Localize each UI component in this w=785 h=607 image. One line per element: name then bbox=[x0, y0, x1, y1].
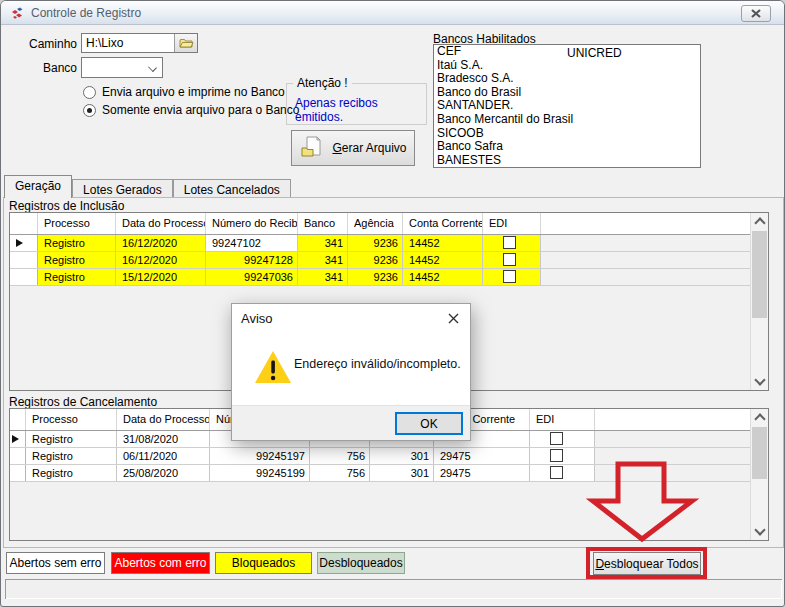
list-item[interactable]: BANESTES bbox=[434, 154, 700, 168]
bancos-listbox[interactable]: CEF Itaú S.A. Bradesco S.A. Banco do Bra… bbox=[433, 44, 701, 168]
cell-edi bbox=[530, 448, 595, 464]
cell-processo: Registro bbox=[38, 252, 116, 268]
scroll-up-icon[interactable] bbox=[754, 217, 765, 228]
list-item[interactable]: Banco Mercantil do Brasil bbox=[434, 113, 700, 127]
browse-folder-button[interactable] bbox=[174, 34, 197, 52]
titlebar[interactable]: Controle de Registro bbox=[1, 1, 784, 25]
list-item[interactable]: UNICRED bbox=[567, 46, 622, 60]
list-item[interactable]: SICOOB bbox=[434, 127, 700, 141]
cell-banco: 756 bbox=[310, 465, 370, 481]
caminho-value[interactable]: H:\Lixo bbox=[82, 34, 174, 52]
cell-edi bbox=[530, 431, 595, 447]
list-item[interactable]: Banco do Brasil bbox=[434, 86, 700, 100]
scroll-thumb[interactable] bbox=[752, 427, 767, 479]
cell-processo: Registro bbox=[38, 269, 116, 285]
cell-data: 31/08/2020 bbox=[117, 431, 210, 447]
scroll-down-icon[interactable] bbox=[754, 374, 765, 385]
radio-somente-envia[interactable]: Somente envia arquivo para o Banco bbox=[83, 103, 299, 117]
radio-envia-imprime[interactable]: Envia arquivo e imprime no Banco bbox=[83, 85, 285, 99]
table-row[interactable]: Registro 06/11/2020 99245197 756 301 294… bbox=[10, 448, 750, 465]
caminho-label: Caminho bbox=[17, 37, 77, 51]
cell-agencia: 9236 bbox=[348, 252, 403, 268]
list-item[interactable]: Banco Safra bbox=[434, 140, 700, 154]
edi-checkbox[interactable] bbox=[550, 432, 563, 445]
caminho-field[interactable]: H:\Lixo bbox=[81, 33, 198, 53]
col-header-edi[interactable]: EDI bbox=[483, 213, 541, 234]
legend-abertos-com-erro[interactable]: Abertos com erro bbox=[111, 552, 210, 574]
close-icon bbox=[448, 313, 459, 324]
cell-data: 15/12/2020 bbox=[116, 269, 206, 285]
cell-banco: 756 bbox=[310, 448, 370, 464]
aviso-dialog: Aviso Endereço inválido/incompleto. OK bbox=[231, 303, 471, 441]
table-row[interactable]: Registro 15/12/2020 99247036 341 9236 14… bbox=[10, 269, 750, 286]
tab-lotes-gerados[interactable]: Lotes Gerados bbox=[72, 179, 173, 198]
edi-checkbox[interactable] bbox=[550, 449, 563, 462]
col-header-banco[interactable]: Banco bbox=[298, 213, 348, 234]
col-header-data[interactable]: Data do Processo bbox=[116, 213, 206, 234]
edi-checkbox[interactable] bbox=[503, 236, 516, 249]
cell-conta: 14452 bbox=[403, 235, 483, 251]
cell-edi bbox=[530, 465, 595, 481]
cell-processo: Registro bbox=[26, 448, 117, 464]
atencao-groupbox: Atenção ! Apenas recibos emitidos. bbox=[286, 83, 427, 125]
table-row[interactable]: Registro 25/08/2020 99245199 756 301 294… bbox=[10, 465, 750, 482]
close-icon bbox=[751, 9, 761, 18]
scroll-up-icon[interactable] bbox=[754, 413, 765, 424]
banco-label: Banco bbox=[17, 61, 77, 75]
registros-cancelamento-label: Registros de Cancelamento bbox=[9, 395, 157, 409]
dialog-close-button[interactable] bbox=[440, 308, 466, 328]
cell-conta: 29475 bbox=[434, 448, 530, 464]
registros-inclusao-label: Registros de Inclusão bbox=[9, 199, 124, 213]
cell-agencia: 9236 bbox=[348, 269, 403, 285]
edi-checkbox[interactable] bbox=[503, 253, 516, 266]
row-indicator bbox=[10, 235, 38, 251]
cell-recibo: 99247128 bbox=[206, 252, 298, 268]
cell-data: 06/11/2020 bbox=[117, 448, 210, 464]
edi-checkbox[interactable] bbox=[550, 466, 563, 479]
legend-abertos-sem-erro[interactable]: Abertos sem erro bbox=[6, 552, 105, 574]
close-button[interactable] bbox=[741, 5, 771, 22]
dialog-title: Aviso bbox=[241, 311, 273, 326]
status-bar bbox=[5, 579, 782, 599]
table-row[interactable]: Registro 16/12/2020 99247128 341 9236 14… bbox=[10, 252, 750, 269]
col-header-data[interactable]: Data do Processo bbox=[117, 409, 210, 430]
col-header-edi[interactable]: EDI bbox=[530, 409, 595, 430]
desbloquear-todos-button[interactable]: Desbloquear Todos bbox=[593, 552, 701, 575]
cell-processo: Registro bbox=[38, 235, 116, 251]
col-header-agencia[interactable]: Agência bbox=[348, 213, 403, 234]
app-icon bbox=[10, 6, 25, 21]
table-row[interactable]: Registro 16/12/2020 99247102 341 9236 14… bbox=[10, 235, 750, 252]
chevron-down-icon bbox=[148, 63, 157, 72]
edi-checkbox[interactable] bbox=[503, 270, 516, 283]
cancelamento-scrollbar[interactable] bbox=[750, 409, 768, 540]
ok-button[interactable]: OK bbox=[395, 412, 463, 435]
legend-desbloqueados[interactable]: Desbloqueados bbox=[317, 552, 405, 574]
cell-agencia: 9236 bbox=[348, 235, 403, 251]
inclusao-scrollbar[interactable] bbox=[750, 213, 768, 390]
cell-recibo-editing[interactable]: 99247102 bbox=[206, 235, 298, 251]
col-header-conta[interactable]: Conta Corrente bbox=[403, 213, 483, 234]
radio-circle[interactable] bbox=[83, 86, 96, 99]
current-row-arrow-icon bbox=[16, 239, 23, 247]
cell-banco: 341 bbox=[298, 252, 348, 268]
list-item[interactable]: SANTANDER. bbox=[434, 99, 700, 113]
gerar-arquivo-button[interactable]: Gerar Arquivo bbox=[291, 130, 415, 166]
atencao-title: Atenção ! bbox=[293, 76, 352, 90]
tab-geracao[interactable]: Geração bbox=[4, 175, 72, 198]
tab-bar: Geração Lotes Gerados Lotes Cancelados bbox=[4, 175, 291, 198]
col-header-recibo[interactable]: Número do Recibo bbox=[206, 213, 298, 234]
scroll-down-icon[interactable] bbox=[754, 524, 765, 535]
list-item[interactable]: Itaú S.A. bbox=[434, 59, 700, 73]
radio-envia-imprime-label: Envia arquivo e imprime no Banco bbox=[102, 85, 285, 99]
banco-select[interactable] bbox=[81, 57, 163, 78]
radio-circle-selected[interactable] bbox=[83, 104, 96, 117]
list-item[interactable]: Bradesco S.A. bbox=[434, 72, 700, 86]
scroll-thumb[interactable] bbox=[752, 231, 767, 318]
gerar-arquivo-label: Gerar Arquivo bbox=[332, 141, 406, 155]
banco-value bbox=[82, 59, 86, 75]
col-header-processo[interactable]: Processo bbox=[38, 213, 116, 234]
col-header-processo[interactable]: Processo bbox=[26, 409, 117, 430]
tab-lotes-cancelados[interactable]: Lotes Cancelados bbox=[173, 179, 291, 198]
legend-bloqueados[interactable]: Bloqueados bbox=[215, 552, 312, 574]
desbloquear-todos-label: Desbloquear Todos bbox=[595, 557, 698, 571]
